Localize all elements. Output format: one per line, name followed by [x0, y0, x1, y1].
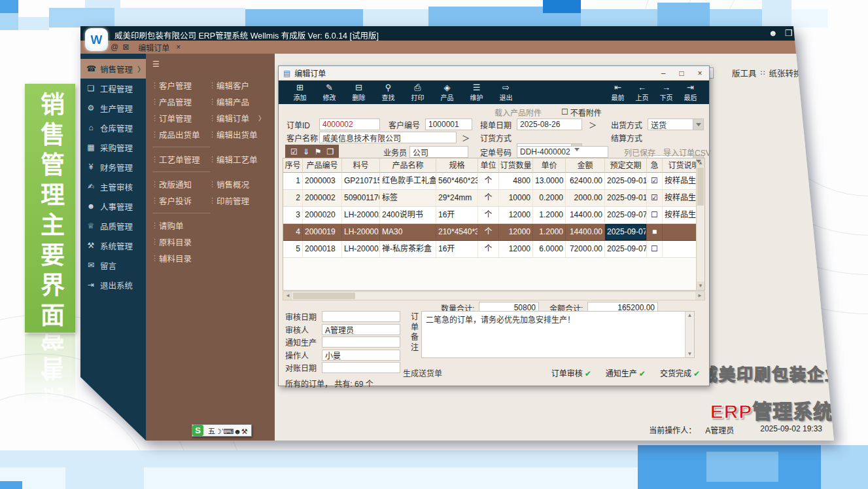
- ime-icon[interactable]: ⌨: [223, 427, 234, 435]
- review-field-input[interactable]: [322, 311, 400, 322]
- import-csv-link[interactable]: 导入订单CSV: [663, 146, 711, 158]
- mini-tool-icon[interactable]: ☑: [290, 147, 298, 156]
- review-field-input[interactable]: 小曼: [322, 350, 400, 361]
- status-flag[interactable]: 通知生产✔: [606, 367, 646, 378]
- review-field-input[interactable]: A管理员: [322, 324, 400, 335]
- toolbar-button[interactable]: ⚲查找: [373, 83, 403, 101]
- order-no-field[interactable]: DDH-4000002: [517, 146, 608, 158]
- table-row[interactable]: 2 2000002 5090011703D 标签 29*24mm 个 10000…: [283, 190, 704, 207]
- column-header[interactable]: 订货数量: [499, 158, 533, 173]
- cell-due-date[interactable]: 2025-09-07: [605, 224, 647, 241]
- toolbar-button[interactable]: ⊞添加: [285, 83, 315, 101]
- toolbar-item[interactable]: ∷纸张转换: [761, 67, 802, 79]
- ime-icon[interactable]: ☻: [234, 427, 241, 435]
- sidebar-item[interactable]: ✍ 主管审核: [80, 177, 146, 196]
- submenu-item[interactable]: ⋮ 编辑客户: [209, 77, 275, 94]
- cell-due-date[interactable]: 2025-09-01: [605, 190, 647, 207]
- sidebar-item[interactable]: ⚙ 生产管理: [80, 98, 146, 118]
- submenu-item[interactable]: [209, 168, 275, 176]
- receive-date-field[interactable]: 2025-08-26: [517, 118, 582, 130]
- submenu-item[interactable]: [151, 168, 217, 176]
- cell-due-date[interactable]: 2025-09-01: [605, 173, 647, 190]
- remark-textarea[interactable]: 二笔急的订单，请务必优先加急安排生产！ ▲▼: [421, 311, 695, 358]
- close-all-tabs-icon[interactable]: ⊠: [122, 43, 129, 52]
- order-id-field[interactable]: 4000002: [319, 118, 380, 130]
- scroll-left-icon[interactable]: ◄: [283, 292, 292, 300]
- ime-logo-icon[interactable]: S: [192, 425, 203, 436]
- nav-button[interactable]: ←上页: [630, 83, 654, 101]
- ime-toolbar[interactable]: S 五☽’⌨☻⚒: [192, 424, 252, 437]
- nav-button[interactable]: ⇤最前: [606, 83, 630, 101]
- nav-button[interactable]: →下页: [654, 83, 678, 101]
- toolbar-item[interactable]: ∷计算器: [806, 67, 839, 79]
- table-row[interactable]: 4 2000019 LH-2000019 MA30 210*4540*354r …: [283, 224, 704, 241]
- cell-urgent-checkbox[interactable]: ☑: [647, 190, 663, 207]
- ime-icon[interactable]: 五: [208, 427, 215, 435]
- submenu-item[interactable]: ⋮ 辅料目录: [151, 250, 217, 266]
- header-icon[interactable]: ☻: [769, 28, 778, 38]
- sidebar-item[interactable]: ▦ 采购管理: [80, 137, 146, 157]
- submenu-item[interactable]: ⋮ 编辑产品: [209, 94, 275, 110]
- submenu-item[interactable]: [151, 209, 217, 217]
- submenu-item[interactable]: ⋮ 编辑出货单: [209, 126, 275, 143]
- load-attachment-link[interactable]: 载入产品附件: [495, 106, 542, 118]
- toolbar-item[interactable]: 版工具: [728, 67, 757, 79]
- ime-icon[interactable]: ⚒: [241, 427, 248, 435]
- submenu-item[interactable]: ⋮ 客户管理: [151, 77, 217, 94]
- salesman-field[interactable]: 公司: [409, 146, 468, 158]
- sidebar-item[interactable]: ✉ 留言: [80, 255, 146, 275]
- column-header[interactable]: 金额: [566, 158, 605, 173]
- submenu-item[interactable]: ⋮ 产品管理: [151, 94, 217, 110]
- horizontal-scrollbar[interactable]: ◄ ►: [283, 291, 705, 300]
- submenu-item[interactable]: ⋮ 客户投诉: [151, 192, 217, 209]
- column-header[interactable]: 预定交期: [605, 158, 647, 173]
- close-icon[interactable]: ×: [691, 69, 709, 78]
- column-header[interactable]: 规格: [436, 158, 478, 173]
- sidebar-item[interactable]: ⌂ 仓库管理: [80, 118, 146, 137]
- toolbar-button[interactable]: ⇨退出: [491, 83, 521, 101]
- sidebar-item[interactable]: ⚒ 系统管理: [80, 236, 146, 255]
- maximize-icon[interactable]: □: [672, 69, 691, 78]
- nav-button[interactable]: ⇥最后: [678, 83, 703, 101]
- table-row[interactable]: 1 2000003 GP21071500 红色款手工礼盒装 560*460*23…: [283, 173, 704, 190]
- sidebar-item[interactable]: ☎ 销售管理 〉: [80, 59, 146, 79]
- sidebar-item[interactable]: ⇥ 退出系统: [80, 275, 146, 295]
- dialog-titlebar[interactable]: ▤ 编辑订单 – □ ×: [279, 66, 709, 81]
- scroll-right-icon[interactable]: ►: [695, 292, 704, 300]
- mini-tool-icon[interactable]: ⇓: [303, 147, 309, 156]
- column-header[interactable]: 产品名称: [380, 158, 436, 173]
- column-header[interactable]: 序号: [283, 158, 303, 173]
- review-field-input[interactable]: [322, 336, 400, 348]
- status-flag[interactable]: 订单审核✔: [551, 367, 591, 378]
- submenu-item[interactable]: ⋮ 销售概况: [209, 176, 275, 192]
- toolbar-button[interactable]: ⊟删除: [344, 83, 373, 101]
- generate-delivery-note-link[interactable]: 生成送货单: [403, 367, 442, 378]
- column-header[interactable]: 产品编号: [303, 158, 342, 173]
- cell-urgent-checkbox[interactable]: ☐: [647, 241, 663, 258]
- mini-tool-icon[interactable]: ⚑: [315, 147, 322, 156]
- submenu-item[interactable]: [151, 143, 217, 151]
- menu-icon[interactable]: @: [111, 43, 118, 52]
- customer-no-field[interactable]: 1000001: [425, 118, 472, 130]
- scroll-down-icon[interactable]: ▼: [697, 281, 704, 290]
- table-row[interactable]: 3 2000020 LH-2000020 2400说明书 16开 个 12000…: [283, 207, 704, 224]
- submenu-item[interactable]: ⋮ 原料目录: [151, 234, 217, 250]
- toolbar-button[interactable]: ✎修改: [315, 83, 344, 101]
- column-header[interactable]: 料号: [342, 158, 380, 173]
- sidebar-item[interactable]: ☻ 人事管理: [80, 196, 146, 216]
- submenu-item[interactable]: ⋮ 工艺单管理: [151, 151, 217, 168]
- cell-urgent-checkbox[interactable]: ■: [647, 224, 663, 241]
- date-picker-arrow[interactable]: ＞: [589, 118, 597, 130]
- tab-edit-order[interactable]: 编辑订单 ×: [138, 42, 181, 53]
- status-flag[interactable]: 交货完成✔: [660, 367, 700, 378]
- columns-saved-link[interactable]: 列已保存: [624, 146, 655, 158]
- submenu-item[interactable]: ⋮ 印前管理: [209, 192, 275, 209]
- ime-icon[interactable]: ☽: [215, 427, 222, 435]
- ship-method-select[interactable]: 送货: [648, 118, 704, 130]
- scrollbar-thumb[interactable]: [697, 168, 704, 206]
- review-field-input[interactable]: [322, 362, 400, 373]
- customer-lookup-arrow[interactable]: ＞: [462, 132, 470, 143]
- submenu-item[interactable]: [209, 143, 275, 151]
- column-header[interactable]: 急: [647, 158, 663, 173]
- submenu-item[interactable]: ⋮ 请购单: [151, 217, 217, 234]
